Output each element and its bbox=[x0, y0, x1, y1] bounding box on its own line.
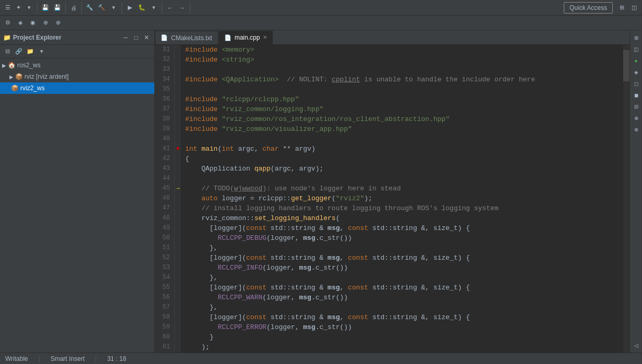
panel-minimize-btn[interactable]: ─ bbox=[121, 33, 130, 42]
code-line-42: 42{ bbox=[155, 154, 623, 164]
toolbar2-btn2[interactable]: ◈ bbox=[15, 17, 26, 29]
code-editor[interactable]: 31#include <memory>32#include <string>33… bbox=[155, 45, 623, 353]
line-gutter-59 bbox=[175, 322, 181, 332]
line-content-52: [logger](const std::string & msg, const … bbox=[181, 253, 623, 263]
link-editor-btn[interactable]: 🔗 bbox=[14, 46, 24, 57]
line-content-47: // install logging handlers to route log… bbox=[181, 203, 623, 213]
panel-maximize-btn[interactable]: □ bbox=[131, 33, 141, 42]
cmake-tab-label: CMakeLists.txt bbox=[171, 34, 212, 42]
line-content-46: auto logger = rclcpp::get_logger("rviz2"… bbox=[181, 193, 623, 203]
line-gutter-53 bbox=[175, 263, 181, 273]
eclipse-menu-btn[interactable]: ☰ bbox=[2, 2, 14, 14]
right-btn-9[interactable]: ⊗ bbox=[631, 124, 641, 135]
code-line-32: 32#include <string> bbox=[155, 55, 623, 65]
tree-icon-ros2ws: 🏠 bbox=[8, 62, 16, 69]
line-gutter-62 bbox=[175, 352, 181, 353]
minimap-viewport bbox=[623, 50, 629, 81]
line-content-34: #include <QApplication> // NOLINT: cppli… bbox=[181, 75, 623, 84]
forward-btn[interactable]: → bbox=[176, 2, 188, 14]
code-line-45: 45→ // TODO(wjwwood): use node's logger … bbox=[155, 184, 623, 193]
print-btn[interactable]: 🖨 bbox=[68, 2, 79, 14]
perspective-btn[interactable]: ⊞ bbox=[616, 2, 627, 14]
line-gutter-39 bbox=[175, 124, 181, 134]
right-btn-6[interactable]: ◼ bbox=[631, 90, 641, 100]
code-line-31: 31#include <memory> bbox=[155, 45, 623, 55]
line-number-59: 59 bbox=[155, 322, 175, 332]
project-explorer-panel: 📁 Project Explorer ─ □ ✕ ⊟ 🔗 📁 ▾ ▶ 🏠 ros… bbox=[0, 30, 155, 353]
line-number-52: 52 bbox=[155, 253, 175, 263]
view-btn[interactable]: ◫ bbox=[628, 2, 640, 14]
debug-btn[interactable]: 🐛 bbox=[136, 2, 148, 14]
line-content-43: QApplication qapp(argc, argv); bbox=[181, 164, 623, 174]
right-btn-7[interactable]: ⊟ bbox=[631, 101, 641, 112]
line-number-56: 56 bbox=[155, 293, 175, 302]
collapse-all-btn[interactable]: ⊟ bbox=[2, 46, 13, 57]
line-gutter-40 bbox=[175, 134, 181, 144]
tool2-btn[interactable]: 🔨 bbox=[96, 2, 107, 14]
right-btn-5[interactable]: ◻ bbox=[631, 78, 641, 89]
tool-dropdown[interactable]: ▾ bbox=[108, 2, 119, 14]
code-line-51: 51 }, bbox=[155, 243, 623, 253]
panel-menu-btn[interactable]: ▾ bbox=[37, 46, 47, 57]
project-explorer-header: 📁 Project Explorer ─ □ ✕ bbox=[0, 30, 154, 45]
run-btn[interactable]: ▶ bbox=[124, 2, 136, 14]
line-content-54: }, bbox=[181, 273, 623, 283]
code-line-38: 38#include "rviz_common/ros_integration/… bbox=[155, 114, 623, 124]
right-btn-3[interactable]: ● bbox=[631, 55, 641, 66]
line-gutter-36 bbox=[175, 94, 181, 104]
line-content-57: }, bbox=[181, 302, 623, 312]
right-btn-1[interactable]: ⊞ bbox=[631, 32, 641, 43]
back-btn[interactable]: ← bbox=[164, 2, 176, 14]
toolbar2-btn4[interactable]: ⊕ bbox=[40, 17, 51, 29]
line-content-41: int main(int argc, char ** argv) bbox=[181, 144, 623, 154]
right-btn-4[interactable]: ◈ bbox=[631, 67, 641, 77]
line-number-58: 58 bbox=[155, 312, 175, 322]
line-number-45: 45 bbox=[155, 184, 175, 193]
line-content-56: RCLCPP_WARN(logger, msg.c_str()) bbox=[181, 293, 623, 302]
line-gutter-35 bbox=[175, 84, 181, 94]
tab-main-cpp[interactable]: 📄 main.cpp ✕ bbox=[219, 31, 273, 44]
line-gutter-37 bbox=[175, 104, 181, 114]
line-gutter-58 bbox=[175, 312, 181, 322]
line-number-49: 49 bbox=[155, 223, 175, 233]
panel-close-btn[interactable]: ✕ bbox=[142, 33, 151, 42]
right-btn-bottom1[interactable]: ◁ bbox=[631, 340, 641, 350]
main-cpp-tab-icon: 📄 bbox=[224, 34, 232, 41]
run-dropdown[interactable]: ▾ bbox=[148, 2, 160, 14]
line-number-43: 43 bbox=[155, 164, 175, 174]
save-btn[interactable]: 💾 bbox=[40, 2, 51, 14]
line-gutter-42 bbox=[175, 154, 181, 164]
right-btn-2[interactable]: ◫ bbox=[631, 44, 641, 54]
main-layout: 📁 Project Explorer ─ □ ✕ ⊟ 🔗 📁 ▾ ▶ 🏠 ros… bbox=[0, 30, 642, 353]
code-line-48: 48 rviz_common::set_logging_handlers( bbox=[155, 213, 623, 223]
tree-item-ros2ws[interactable]: ▶ 🏠 ros2_ws bbox=[0, 59, 154, 71]
toolbar2-btn3[interactable]: ◉ bbox=[27, 17, 39, 29]
code-line-49: 49 [logger](const std::string & msg, con… bbox=[155, 223, 623, 233]
line-gutter-55 bbox=[175, 283, 181, 293]
line-gutter-50 bbox=[175, 233, 181, 243]
toolbar-group-run: ▶ 🐛 ▾ bbox=[124, 2, 162, 14]
tree-icon-rviz2ws: 📦 bbox=[11, 84, 19, 92]
new-folder-btn[interactable]: 📁 bbox=[25, 46, 35, 57]
right-btn-8[interactable]: ⊕ bbox=[631, 113, 641, 123]
toolbar-row1: ☰ ✦ ▾ 💾 💾 🖨 🔧 🔨 ▾ ▶ 🐛 ▾ ← → Quick Access… bbox=[0, 0, 642, 16]
line-gutter-54 bbox=[175, 273, 181, 283]
save-all-btn[interactable]: 💾 bbox=[52, 2, 63, 14]
tree-item-rviz2ws[interactable]: 📦 rviz2_ws bbox=[0, 82, 154, 94]
toolbar-dropdown1[interactable]: ▾ bbox=[23, 2, 35, 14]
main-cpp-tab-close[interactable]: ✕ bbox=[263, 35, 267, 40]
new-btn[interactable]: ✦ bbox=[14, 2, 23, 14]
code-line-43: 43 QApplication qapp(argc, argv); bbox=[155, 164, 623, 174]
tab-cmake[interactable]: 📄 CMakeLists.txt bbox=[155, 31, 218, 44]
tool1-btn[interactable]: 🔧 bbox=[84, 2, 95, 14]
toolbar2-btn1[interactable]: ⚙ bbox=[2, 17, 14, 29]
code-line-53: 53 RCLCPP_INFO(logger, msg.c_str()) bbox=[155, 263, 623, 273]
code-line-36: 36#include "rclcpp/rclcpp.hpp" bbox=[155, 94, 623, 104]
toolbar2-btn5[interactable]: ⊗ bbox=[52, 17, 64, 29]
line-gutter-57 bbox=[175, 302, 181, 312]
tree-item-rviz[interactable]: ▶ 📦 rviz [rviz ardent] bbox=[0, 71, 154, 82]
quick-access-button[interactable]: Quick Access bbox=[564, 2, 613, 14]
line-content-53: RCLCPP_INFO(logger, msg.c_str()) bbox=[181, 263, 623, 273]
toolbar-group-tools: 🔧 🔨 ▾ bbox=[84, 2, 122, 14]
code-line-62: 62 bbox=[155, 352, 623, 353]
